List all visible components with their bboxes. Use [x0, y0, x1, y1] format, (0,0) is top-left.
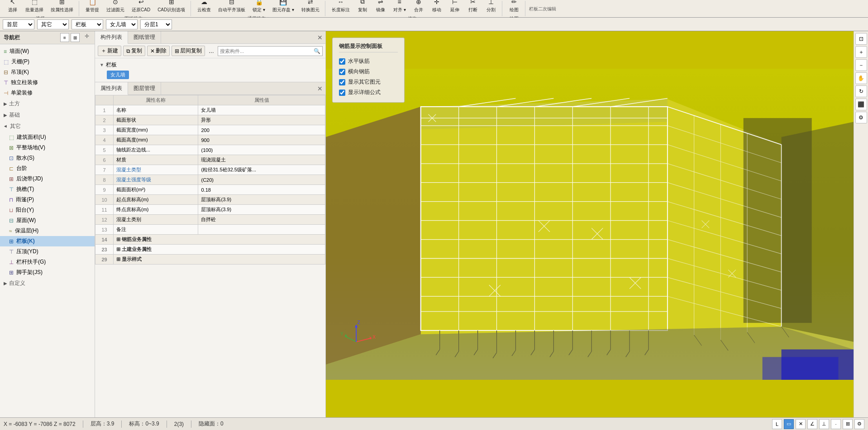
nav-grid-view-button[interactable]: ⊞ [71, 33, 80, 42]
delete-component-button[interactable]: ✕ 删除 [147, 46, 170, 56]
viewport[interactable]: X Y Z 钢筋显示控制面板 水平纵筋 横向钢筋 [326, 31, 854, 417]
restore-cad-button[interactable]: ↩ 还原CAD [129, 0, 153, 14]
component-select[interactable]: 栏板 [72, 19, 103, 29]
rt-pan-button[interactable]: ✋ [855, 72, 867, 84]
nav-item-press-top[interactable]: ⊤ 压顶(YD) [0, 246, 95, 257]
mirror-icon: ⇌ [376, 0, 385, 6]
nav-item-roof[interactable]: ⊟ 屋面(W) [0, 215, 95, 226]
prop-row-num: 11 [95, 205, 114, 215]
filter-circle-button[interactable]: ⊙ 过滤圆元 [104, 0, 127, 14]
nav-item-rain-cover[interactable]: ⊓ 雨篷(P) [0, 194, 95, 205]
nav-section-base[interactable]: ▶ 基础 [0, 109, 95, 121]
steel-panel: 钢筋显示控制面板 水平纵筋 横向钢筋 显示其它图元 显示详细公式 [332, 38, 405, 103]
show-other-checkbox[interactable] [339, 79, 345, 85]
sub-select[interactable]: 女儿墙 [106, 19, 138, 29]
attr-select-button[interactable]: ⊞ 按属性选择 [48, 0, 76, 14]
search-input[interactable] [218, 48, 312, 54]
tree-node-nuerqiang[interactable]: 女儿墙 [98, 70, 323, 80]
align-button[interactable]: ≡ 对齐 ▾ [391, 0, 409, 14]
prop-name-cell: 混凝土类别 [114, 215, 198, 225]
auto-floor-button[interactable]: ⊟ 自动平齐顶板 [215, 0, 248, 14]
floor-copy-button[interactable]: ⊞ 层间复制 [172, 46, 205, 56]
toolbar-group-drawing-ops: 📋 量管提 ⊙ 过滤圆元 ↩ 还原CAD ⊞ CAD识别选项 图纸操作 ▾ [80, 1, 191, 16]
layer-select[interactable]: 分层1 [140, 19, 172, 29]
batch-select-button[interactable]: ⬚ 批量选择 [23, 0, 46, 14]
snap-cross-button[interactable]: ✕ [796, 419, 806, 429]
new-component-button[interactable]: ＋ 新建 [98, 46, 121, 56]
prop-section-name[interactable]: ⊞ 土建业务属性 [114, 245, 325, 255]
nav-item-ceil[interactable]: ⬚ 天棚(P) [0, 57, 95, 67]
draw-button[interactable]: ✏ 绘图 [506, 0, 522, 14]
split-button[interactable]: ⊥ 分割 [483, 0, 499, 14]
copy-button[interactable]: ⧉ 复制 [354, 0, 371, 14]
rt-zoom-in-button[interactable]: ＋ [855, 46, 867, 58]
nav-item-挑檐[interactable]: ⊤ 挑檐(T) [0, 184, 95, 194]
component-panel-close[interactable]: ✕ [315, 34, 325, 41]
snap-angle-button[interactable]: ∠ [807, 419, 817, 429]
tab-layer-mgmt[interactable]: 图层管理 [128, 82, 161, 95]
nav-item-scatter-water[interactable]: ⊡ 散水(S) [0, 153, 95, 163]
rt-zoom-out-button[interactable]: － [855, 59, 867, 71]
extend-button[interactable]: ⊢ 延伸 [447, 0, 463, 14]
length-mark-button[interactable]: ↔ 长度标注 [329, 0, 353, 14]
snap-settings-button[interactable]: ⚙ [854, 419, 864, 429]
tab-props-list[interactable]: 属性列表 [95, 82, 128, 95]
rt-zoom-full-button[interactable]: ⊡ [855, 33, 867, 45]
nav-item-wall[interactable]: ≡ 墙面(W) [0, 46, 95, 57]
nav-item-col[interactable]: ⊤ 独立柱装修 [0, 77, 95, 88]
horiz-bar-checkbox[interactable] [339, 58, 345, 65]
nav-item-rail-hand[interactable]: ⊥ 栏杆扶手(G) [0, 257, 95, 267]
nav-item-back-curtain[interactable]: ⊞ 后浇带(JD) [0, 174, 95, 184]
props-panel-close[interactable]: ✕ [315, 85, 325, 92]
drawing-store-button[interactable]: 💾 图元存盘 ▾ [270, 0, 297, 14]
rt-settings-button[interactable]: ⚙ [855, 112, 867, 123]
show-detail-checkbox[interactable] [339, 90, 345, 96]
tab-component-list[interactable]: 构件列表 [95, 31, 128, 44]
category-select[interactable]: 其它 [37, 19, 69, 29]
prop-name-cell[interactable]: 混凝土强度等级 [114, 175, 198, 185]
floor-select[interactable]: 首层 [3, 19, 34, 29]
tab-drawing-mgmt[interactable]: 图纸管理 [128, 31, 161, 43]
nav-list-view-button[interactable]: ≡ [60, 33, 69, 42]
convert-button[interactable]: ⇄ 转换图元 [299, 0, 322, 14]
tree-node-lanban[interactable]: ▼ 栏板 [98, 60, 323, 70]
nav-item-scaffold[interactable]: ⊞ 脚手架(JS) [0, 267, 95, 278]
prop-name-cell: 截面形状 [114, 115, 198, 125]
move-button[interactable]: ✛ 移动 [429, 0, 445, 14]
nav-section-earth[interactable]: ▶ 土方 [0, 98, 95, 109]
cloud-check-button[interactable]: ☁ 云检查 [195, 0, 214, 14]
lock-button[interactable]: 🔒 锁定 ▾ [250, 0, 268, 14]
prop-section-name[interactable]: ⊞ 钢筋业务属性 [114, 235, 325, 245]
nav-pin-button[interactable]: ✛ [83, 33, 91, 42]
snap-rect-button[interactable]: ▭ [784, 419, 794, 429]
nav-item-platform[interactable]: ⊏ 台阶 [0, 163, 95, 174]
nav-item-rail-board[interactable]: ⊞ 栏板(K) [0, 236, 95, 246]
snap-grid-button[interactable]: ⊞ [843, 419, 853, 429]
rt-view-3d-button[interactable]: ⬛ [855, 99, 867, 110]
nav-item-balcony[interactable]: ⊔ 阳台(Y) [0, 205, 95, 215]
mirror-button[interactable]: ⇌ 镜像 [372, 0, 389, 14]
copy-component-button[interactable]: ⧉ 复制 [123, 46, 145, 56]
select-button[interactable]: ↖ 选择 [5, 0, 21, 14]
nav-section-custom[interactable]: ▶ 自定义 [0, 278, 95, 289]
snap-dot-button[interactable]: · [831, 419, 841, 429]
rt-rotate-button[interactable]: ↻ [855, 85, 867, 97]
break-button[interactable]: ✂ 打断 [465, 0, 481, 14]
snap-perp-button[interactable]: ⊥ [819, 419, 829, 429]
nav-item-build-area[interactable]: ⬚ 建筑面积(U) [0, 132, 95, 142]
prop-section-name[interactable]: ⊞ 显示样式 [114, 255, 325, 265]
nav-section-other[interactable]: ▼ 其它 [0, 121, 95, 132]
merge-button[interactable]: ⊕ 合并 [410, 0, 427, 14]
nav-item-beam[interactable]: ⊣ 单梁装修 [0, 88, 95, 98]
cad-items-button[interactable]: ⊞ CAD识别选项 [155, 0, 188, 14]
more-button[interactable]: … [209, 48, 214, 54]
drawing-mgr-button[interactable]: 📋 量管提 [83, 0, 102, 14]
nav-item-insulation[interactable]: ≈ 保温层(H) [0, 226, 95, 236]
trans-bar-checkbox[interactable] [339, 69, 345, 75]
nav-item-flat-ground[interactable]: ⊠ 平整场地(V) [0, 142, 95, 153]
show-other-label: 显示其它图元 [348, 78, 381, 86]
nuerqiang-chip[interactable]: 女儿墙 [107, 71, 129, 79]
nav-item-ceiling[interactable]: ⊟ 吊顶(K) [0, 67, 95, 77]
snap-ruler-button[interactable]: L [772, 419, 782, 429]
prop-name-cell[interactable]: 混凝土类型 [114, 165, 198, 175]
